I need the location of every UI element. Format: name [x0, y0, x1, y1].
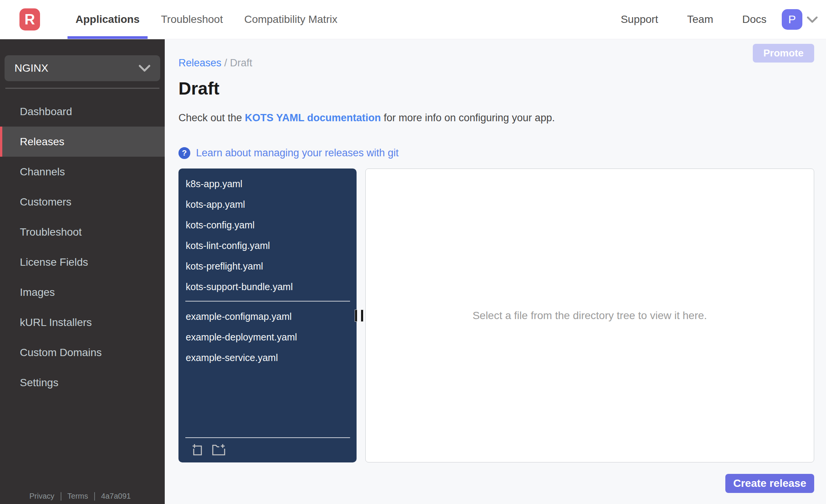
sidebar-divider: [5, 88, 159, 89]
kots-yaml-docs-link[interactable]: KOTS YAML documentation: [245, 112, 381, 124]
sidebar-item-channels[interactable]: Channels: [0, 157, 165, 187]
secondary-links: Support Team Docs: [621, 13, 767, 26]
file-name: kots-config.yaml: [186, 220, 255, 231]
link-support[interactable]: Support: [621, 13, 658, 26]
file-item[interactable]: kots-config.yaml: [178, 215, 357, 235]
sidebar-item-settings[interactable]: Settings: [0, 368, 165, 398]
resize-bar: [355, 310, 357, 321]
breadcrumb-releases-link[interactable]: Releases: [178, 57, 222, 69]
question-icon: ?: [178, 147, 190, 159]
sidebar-nav: Dashboard Releases Channels Customers Tr…: [0, 96, 165, 398]
sidebar-item-custom-domains[interactable]: Custom Domains: [0, 337, 165, 368]
file-name: example-deployment.yaml: [186, 332, 297, 343]
tab-label: Applications: [76, 13, 140, 26]
actions-row: Create release: [178, 474, 814, 493]
tab-label: Troubleshoot: [161, 13, 223, 26]
sidebar-item-license-fields[interactable]: License Fields: [0, 247, 165, 277]
terms-link[interactable]: Terms: [67, 492, 88, 501]
sidebar-item-label: License Fields: [20, 256, 88, 268]
primary-tabs: Applications Troubleshoot Compatibility …: [67, 0, 346, 39]
create-release-button[interactable]: Create release: [725, 474, 814, 493]
tab-compatibility-matrix[interactable]: Compatibility Matrix: [236, 0, 345, 39]
new-file-icon[interactable]: [191, 443, 203, 456]
file-item[interactable]: kots-app.yaml: [178, 194, 357, 215]
panel-resize-handle[interactable]: [355, 310, 363, 321]
promote-button[interactable]: Promote: [753, 44, 814, 63]
sidebar-item-label: kURL Installers: [20, 316, 92, 329]
link-team[interactable]: Team: [687, 13, 713, 26]
file-name: k8s-app.yaml: [186, 178, 243, 189]
sidebar-item-dashboard[interactable]: Dashboard: [0, 96, 165, 127]
file-name: kots-support-bundle.yaml: [186, 281, 293, 292]
release-editor-panels: k8s-app.yaml kots-app.yaml kots-config.y…: [178, 169, 814, 462]
file-item[interactable]: kots-support-bundle.yaml: [178, 276, 357, 297]
file-name: example-service.yaml: [186, 352, 278, 363]
sidebar-item-label: Settings: [20, 377, 58, 389]
file-item[interactable]: example-deployment.yaml: [178, 327, 357, 347]
breadcrumb-separator: /: [224, 57, 227, 69]
avatar[interactable]: P: [782, 9, 802, 30]
page-header: Draft Check out the KOTS YAML documentat…: [178, 78, 814, 124]
sidebar-footer: Privacy Terms 4a7a091: [29, 492, 131, 501]
intro-post: for more info on configuring your app.: [381, 112, 555, 124]
breadcrumb-current: Draft: [230, 57, 252, 69]
file-tree-panel: k8s-app.yaml kots-app.yaml kots-config.y…: [178, 169, 357, 462]
sidebar-item-label: Custom Domains: [20, 347, 102, 359]
footer-divider: [61, 492, 61, 501]
privacy-link[interactable]: Privacy: [29, 492, 55, 501]
file-item[interactable]: k8s-app.yaml: [178, 173, 357, 194]
git-help-row: ? Learn about managing your releases wit…: [178, 146, 814, 159]
file-viewer-panel: Select a file from the directory tree to…: [365, 169, 814, 462]
resize-bar: [361, 310, 363, 321]
tab-applications[interactable]: Applications: [67, 0, 148, 39]
intro-text: Check out the KOTS YAML documentation fo…: [178, 111, 814, 124]
account-menu-chevron-down-icon[interactable]: [807, 16, 818, 23]
sidebar-item-label: Releases: [20, 136, 64, 148]
avatar-initial: P: [788, 13, 796, 26]
app-selector-dropdown[interactable]: NGINX: [5, 55, 160, 81]
sidebar-item-label: Troubleshoot: [20, 226, 82, 238]
tab-troubleshoot[interactable]: Troubleshoot: [153, 0, 231, 39]
tab-label: Compatibility Matrix: [244, 13, 337, 26]
logo-letter: R: [24, 11, 35, 28]
new-folder-icon[interactable]: [212, 443, 226, 456]
sidebar-item-images[interactable]: Images: [0, 277, 165, 307]
sidebar-item-label: Channels: [20, 166, 65, 178]
file-group-divider: [185, 301, 350, 302]
sidebar-item-customers[interactable]: Customers: [0, 187, 165, 217]
file-item[interactable]: example-configmap.yaml: [178, 306, 357, 327]
file-name: kots-lint-config.yaml: [186, 240, 270, 251]
top-navbar: R Applications Troubleshoot Compatibilit…: [0, 0, 826, 39]
git-releases-help-link[interactable]: Learn about managing your releases with …: [196, 147, 399, 159]
sidebar-item-label: Customers: [20, 196, 71, 208]
breadcrumb: Releases / Draft: [178, 56, 814, 69]
intro-pre: Check out the: [178, 112, 245, 124]
file-tree-footer: [185, 437, 350, 462]
page-title: Draft: [178, 78, 814, 99]
file-viewer-placeholder: Select a file from the directory tree to…: [472, 310, 707, 322]
footer-divider: [94, 492, 95, 501]
file-name: example-configmap.yaml: [186, 311, 292, 322]
sidebar-item-label: Dashboard: [20, 106, 72, 118]
app-selector-value: NGINX: [14, 62, 48, 74]
file-item[interactable]: kots-preflight.yaml: [178, 256, 357, 276]
file-name: kots-app.yaml: [186, 199, 245, 210]
chevron-down-icon: [139, 65, 150, 72]
sidebar-item-label: Images: [20, 286, 55, 299]
main-content: Releases / Draft Draft Check out the KOT…: [165, 39, 826, 504]
link-docs[interactable]: Docs: [742, 13, 767, 26]
file-item[interactable]: kots-lint-config.yaml: [178, 235, 357, 256]
build-hash: 4a7a091: [101, 492, 131, 501]
sidebar-item-releases[interactable]: Releases: [0, 127, 165, 157]
file-name: kots-preflight.yaml: [186, 261, 263, 272]
file-item[interactable]: example-service.yaml: [178, 347, 357, 368]
sidebar-item-troubleshoot[interactable]: Troubleshoot: [0, 217, 165, 247]
sidebar-item-kurl-installers[interactable]: kURL Installers: [0, 307, 165, 337]
app-sidebar: NGINX Dashboard Releases Channels Custom…: [0, 39, 165, 504]
replicated-logo[interactable]: R: [19, 8, 40, 30]
